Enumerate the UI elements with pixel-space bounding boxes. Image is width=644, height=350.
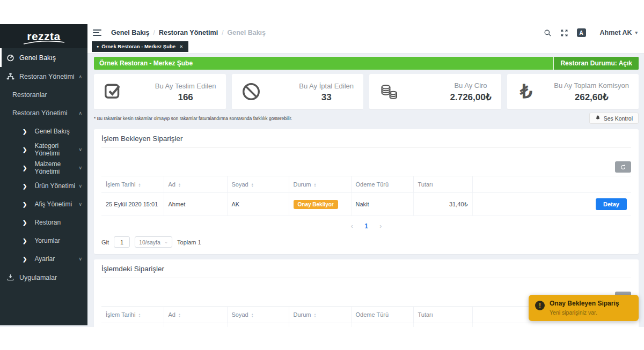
pagination-goto: Git 10/sayfa ⌄ Toplam 1 xyxy=(101,236,631,248)
sidebar: rezzta Genel Bakış Restoran Yönetimi ∧ R… xyxy=(0,24,87,325)
table-header-row: İşlem Tarihi▲▼ Ad▲▼ Soyad▲▼ Durum▲▼ Ödem… xyxy=(101,176,631,193)
column-header[interactable]: Ödeme Türü xyxy=(351,176,413,193)
language-icon[interactable]: A xyxy=(577,28,586,37)
status-badge: Onay Bekliyor xyxy=(294,200,338,209)
sidebar-item-genel-bakis[interactable]: Genel Bakış xyxy=(0,48,87,67)
breadcrumb-item[interactable]: Genel Bakış xyxy=(111,29,150,36)
sort-icon: ▲▼ xyxy=(178,183,181,187)
breadcrumb: Genel Bakış / Restoran Yönetimi / Genel … xyxy=(111,29,266,36)
restaurant-status-button[interactable]: Restoran Durumu: Açık xyxy=(553,57,639,70)
toast-notification[interactable]: ! Onay Bekleyen Sipariş Yeni siparişiniz… xyxy=(529,295,639,321)
chevron-down-icon: ∨ xyxy=(78,183,82,189)
pending-orders-panel: İşlem Bekleyen Siparişler İşlem Tarihi▲▼… xyxy=(94,129,639,254)
chevron-down-icon: ∨ xyxy=(78,202,82,207)
app-window: rezzta Genel Bakış Restoran Yönetimi ∧ R… xyxy=(0,24,644,327)
sidebar-deepitem-ayarlar[interactable]: ❯ Ayarlar ∨ xyxy=(0,250,87,268)
column-header[interactable]: Ad▲▼ xyxy=(164,176,227,193)
cell-last-name: AK xyxy=(227,193,289,216)
stat-label: Bu Ay Ciro xyxy=(454,81,487,90)
column-header[interactable]: Durum▲▼ xyxy=(289,176,351,193)
sidebar-deepitem-label: Ürün Yönetimi xyxy=(34,182,75,190)
column-header[interactable]: İşlem Tarihi▲▼ xyxy=(101,307,164,323)
cell-payment: Kredi Kartı xyxy=(351,323,413,327)
chevron-down-icon: ∨ xyxy=(78,147,82,152)
column-header[interactable]: Tutarı xyxy=(413,176,472,193)
chevron-right-icon: ❯ xyxy=(23,183,27,189)
restaurant-tab[interactable]: ● Örnek Restoran - Merkez Şube × xyxy=(92,41,188,52)
breadcrumb-separator: / xyxy=(153,29,155,36)
sidebar-item-restoran-yonetimi[interactable]: Restoran Yönetimi ∧ xyxy=(0,67,87,86)
top-header: Genel Bakış / Restoran Yönetimi / Genel … xyxy=(87,24,644,41)
sound-control-button[interactable]: Ses Kontrol xyxy=(589,113,639,124)
chevron-right-icon: ❯ xyxy=(23,165,27,171)
page-size-select[interactable]: 10/sayfa ⌄ xyxy=(135,236,172,248)
fullscreen-icon[interactable] xyxy=(560,29,568,37)
content-area: Örnek Restoran - Merkez Şube Restoran Du… xyxy=(87,54,644,327)
sidebar-deepitem-afis-yonetimi[interactable]: ❯ Afiş Yönetimi ∨ xyxy=(0,195,87,213)
pagination-prev-icon[interactable]: ‹ xyxy=(351,222,353,230)
column-header[interactable]: İşlem Tarihi▲▼ xyxy=(101,176,164,193)
detail-button[interactable]: Detay xyxy=(596,198,627,210)
lira-icon: ₺ xyxy=(507,82,546,101)
menu-toggle-icon[interactable] xyxy=(93,29,101,36)
cell-status: Onay Bekliyor xyxy=(289,193,351,216)
cell-actions: Detay xyxy=(472,193,631,216)
sidebar-deepitem-genel-bakis[interactable]: ❯ Genel Bakış xyxy=(0,122,87,140)
column-header[interactable]: Ödeme Türü xyxy=(351,307,413,323)
pending-orders-table: İşlem Tarihi▲▼ Ad▲▼ Soyad▲▼ Durum▲▼ Ödem… xyxy=(101,176,631,216)
chevron-right-icon: ❯ xyxy=(23,202,27,207)
cell-date: 25 Eylül 2020 15:01 xyxy=(101,193,164,216)
column-header[interactable]: Soyad▲▼ xyxy=(227,176,289,193)
sidebar-subitem-label: Restoranlar xyxy=(12,91,47,99)
column-header[interactable]: Ad▲▼ xyxy=(164,307,227,323)
pagination: ‹ 1 › xyxy=(101,222,631,230)
sidebar-deepitem-kategori-yonetimi[interactable]: ❯ Kategori Yönetimi ∨ xyxy=(0,140,87,159)
sidebar-item-label: Uygulamalar xyxy=(19,274,57,281)
bell-icon xyxy=(595,115,601,122)
sidebar-deepitem-yorumlar[interactable]: ❯ Yorumlar xyxy=(0,232,87,250)
table-row: 16 Eylül 2020 13:43 Ahmet AK Hazırlanıyo… xyxy=(101,323,631,327)
column-header-actions xyxy=(472,176,631,193)
dot-icon: ● xyxy=(97,44,99,48)
chevron-up-icon: ∧ xyxy=(78,74,82,79)
column-header[interactable]: Tutarı xyxy=(413,307,472,323)
sidebar-deepitem-restoran[interactable]: ❯ Restoran xyxy=(0,213,87,232)
chevron-right-icon: ❯ xyxy=(23,238,27,244)
stat-value: 262,60₺ xyxy=(554,92,629,103)
stat-label: Bu Ay İptal Edilen xyxy=(299,82,354,90)
caret-down-icon: ▾ xyxy=(635,30,638,35)
stat-value: 2.726,00₺ xyxy=(450,92,492,103)
user-name: Ahmet AK xyxy=(600,29,632,36)
chevron-right-icon: ❯ xyxy=(23,256,27,262)
cell-amount: 31,40₺ xyxy=(413,193,472,216)
sidebar-deepitem-urun-yonetimi[interactable]: ❯ Ürün Yönetimi ∨ xyxy=(0,177,87,195)
toast-title: Onay Bekleyen Sipariş xyxy=(550,300,619,307)
cell-status: Hazırlanıyor xyxy=(289,323,351,327)
alert-icon: ! xyxy=(535,301,545,310)
panel-title: İşlemdeki Siparişler xyxy=(101,265,631,278)
logo[interactable]: rezzta xyxy=(0,24,87,48)
logo-swoosh xyxy=(21,41,67,45)
sidebar-item-uygulamalar[interactable]: Uygulamalar xyxy=(0,268,87,287)
search-icon[interactable] xyxy=(544,29,552,37)
stat-card-cancelled: Bu Ay İptal Edilen 33 xyxy=(232,74,364,109)
ban-icon xyxy=(232,81,270,102)
close-icon[interactable]: × xyxy=(180,43,183,49)
goto-page-input[interactable] xyxy=(114,236,130,248)
restaurant-tab-row: ● Örnek Restoran - Merkez Şube × xyxy=(87,41,644,54)
pagination-page[interactable]: 1 xyxy=(364,222,368,230)
stat-card-commission: ₺ Bu Ay Toplam Komisyon 262,60₺ xyxy=(507,74,639,109)
pagination-next-icon[interactable]: › xyxy=(379,222,382,230)
goto-label: Git xyxy=(101,239,109,245)
sidebar-deepitem-malzeme-yonetimi[interactable]: ❯ Malzeme Yönetimi ∨ xyxy=(0,159,87,177)
user-menu[interactable]: Ahmet AK ▾ xyxy=(600,29,638,36)
refresh-button[interactable] xyxy=(615,161,631,173)
stat-cards: Bu Ay Teslim Edilen 166 Bu Ay İptal Edil… xyxy=(94,74,639,109)
sidebar-deepitem-label: Restoran xyxy=(34,219,61,226)
sort-icon: ▲▼ xyxy=(314,183,317,187)
sidebar-subitem-restoranlar[interactable]: Restoranlar xyxy=(0,86,87,104)
column-header[interactable]: Durum▲▼ xyxy=(289,307,351,323)
sidebar-subitem-restoran-yonetimi[interactable]: Restoran Yönetimi ∧ xyxy=(0,104,87,122)
column-header[interactable]: Soyad▲▼ xyxy=(227,307,289,323)
breadcrumb-item[interactable]: Restoran Yönetimi xyxy=(159,29,218,36)
